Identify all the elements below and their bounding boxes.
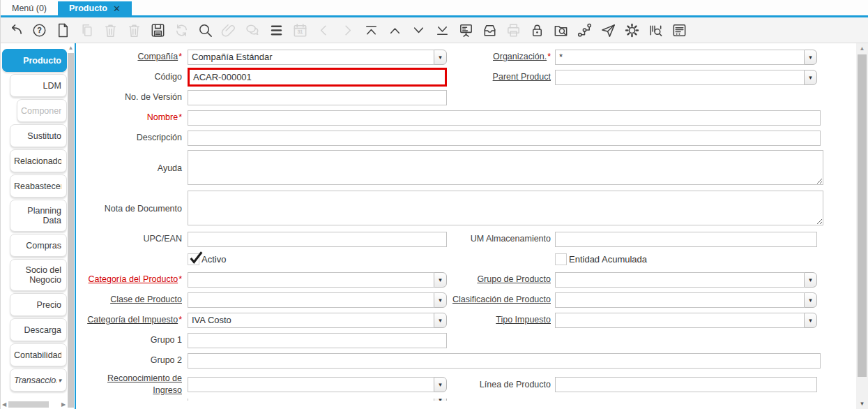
chevron-down-icon[interactable]: ▾ bbox=[804, 70, 817, 85]
sidebar-tab-sustituto[interactable]: Sustituto bbox=[10, 124, 67, 147]
sidebar-tab-ldm[interactable]: LDM bbox=[10, 74, 67, 97]
categoria-producto-input[interactable] bbox=[188, 272, 434, 288]
categoria-producto-label[interactable]: Categoría del Producto* bbox=[89, 274, 182, 284]
first-record-icon[interactable] bbox=[363, 22, 379, 38]
sidebar-tab-socio-del-negocio[interactable]: Socio del Negocio bbox=[10, 259, 67, 291]
chevron-down-icon[interactable]: ▾ bbox=[434, 272, 447, 288]
close-icon[interactable]: ✕ bbox=[113, 4, 121, 13]
scroll-left-icon[interactable]: ◀ bbox=[1, 401, 8, 408]
zoom-across-icon[interactable] bbox=[553, 22, 569, 38]
grupo-1-input[interactable] bbox=[188, 333, 447, 348]
nombre-input[interactable] bbox=[188, 110, 821, 126]
compania-input[interactable] bbox=[188, 50, 434, 65]
um-almacenamiento-input[interactable] bbox=[555, 232, 817, 247]
um-almacenamiento-label-cell: UM Almacenamiento bbox=[447, 233, 555, 245]
nombre-field-cell bbox=[188, 110, 821, 126]
compania-label[interactable]: Compañía* bbox=[137, 52, 182, 61]
sidebar-vertical-scrollbar[interactable]: ▲ bbox=[67, 43, 75, 409]
tab-menu[interactable]: Menú (0) bbox=[1, 1, 58, 15]
save-icon[interactable] bbox=[150, 22, 166, 38]
chevron-down-icon[interactable]: ▾ bbox=[434, 377, 447, 392]
sidebar-hscroll-thumb[interactable] bbox=[8, 401, 49, 408]
chevron-down-icon[interactable]: ▾ bbox=[434, 399, 447, 401]
chevron-down-icon[interactable]: ▾ bbox=[804, 313, 817, 328]
main-vertical-scrollbar[interactable]: ▲ ▾ bbox=[856, 43, 868, 409]
sidebar-tab-descarga[interactable]: Descarga bbox=[10, 318, 67, 341]
sidebar-tab-planning-data[interactable]: Planning Data bbox=[10, 200, 67, 232]
upc-ean-input[interactable] bbox=[188, 232, 447, 247]
grupo-producto-input[interactable] bbox=[555, 272, 804, 288]
sidebar-tab-transacciones[interactable]: Transacciones▾ bbox=[10, 369, 67, 392]
parent-product-label[interactable]: Parent Product bbox=[493, 72, 551, 82]
last-record-icon[interactable] bbox=[434, 22, 450, 38]
clase-producto-label[interactable]: Clase de Producto bbox=[110, 295, 182, 304]
sidebar-tab-contabilidad[interactable]: Contabilidad bbox=[10, 343, 67, 366]
send-mail-icon[interactable] bbox=[600, 22, 616, 38]
chevron-down-icon[interactable]: ▾ bbox=[58, 377, 61, 384]
chevron-down-icon[interactable]: ▾ bbox=[804, 272, 817, 288]
sidebar-tab-compras[interactable]: Compras bbox=[10, 234, 67, 257]
undo-icon[interactable] bbox=[8, 22, 24, 38]
parent-product-input[interactable] bbox=[555, 70, 804, 85]
reconocimiento-ingreso-label[interactable]: Reconocimiento de Ingreso bbox=[107, 373, 182, 395]
report-icon[interactable] bbox=[458, 22, 474, 38]
sidebar-horizontal-scrollbar[interactable]: ◀ ▶ bbox=[1, 400, 67, 409]
sidebar-tab-precio[interactable]: Precio bbox=[10, 293, 67, 316]
grupo-2-input[interactable] bbox=[188, 353, 821, 369]
form-row: Compañía*▾Organización.*▾ bbox=[76, 47, 856, 67]
sidebar-tab-relacionado[interactable]: Relacionado bbox=[10, 149, 67, 172]
quick-form-icon[interactable] bbox=[671, 22, 687, 38]
activo-checkbox[interactable] bbox=[188, 253, 199, 265]
categoria-impuesto-label[interactable]: Categoría del Impuesto* bbox=[87, 315, 182, 325]
categoria-impuesto-input[interactable] bbox=[188, 313, 434, 328]
ayuda-textarea[interactable] bbox=[188, 150, 823, 185]
reconocimiento-ingreso-input[interactable] bbox=[188, 377, 434, 392]
nota-documento-textarea[interactable] bbox=[188, 191, 823, 225]
sidebar-tab-reabastecer[interactable]: Reabastecer bbox=[10, 174, 67, 198]
workflow-icon[interactable] bbox=[577, 22, 593, 38]
private-record-lock-icon[interactable] bbox=[529, 22, 545, 38]
scroll-right-icon[interactable]: ▶ bbox=[60, 401, 67, 408]
clasificacion-producto-input[interactable] bbox=[555, 292, 804, 308]
clase-producto-input[interactable] bbox=[188, 292, 434, 308]
next-record-icon[interactable] bbox=[411, 22, 427, 38]
parent-product-label-cell: Parent Product bbox=[447, 71, 555, 83]
chevron-down-icon[interactable]: ▾ bbox=[434, 50, 447, 65]
organizacion-input[interactable] bbox=[555, 50, 804, 65]
clasificacion-producto-label[interactable]: Clasificación de Producto bbox=[452, 295, 551, 304]
sidebar-tab-componentes: Componentes bbox=[17, 99, 67, 122]
sidebar-scroll-thumb[interactable] bbox=[68, 53, 74, 408]
find-icon[interactable] bbox=[197, 22, 213, 38]
refresh-icon bbox=[174, 22, 190, 38]
menu-lines-icon[interactable] bbox=[268, 22, 284, 38]
tab-sidebar: ProductoLDMComponentesSustitutoRelaciona… bbox=[1, 43, 76, 409]
scroll-up-icon[interactable]: ▲ bbox=[860, 45, 865, 52]
grupo-producto-label[interactable]: Grupo de Producto bbox=[477, 274, 551, 284]
descripcion-input[interactable] bbox=[188, 131, 821, 146]
version-no-input[interactable] bbox=[188, 90, 447, 105]
help-icon[interactable]: ? bbox=[31, 22, 47, 38]
new-record-icon[interactable] bbox=[55, 22, 71, 38]
codigo-input[interactable] bbox=[188, 68, 447, 87]
archive-icon[interactable] bbox=[482, 22, 498, 38]
entidad-acumulada-checkbox[interactable] bbox=[555, 253, 567, 265]
scroll-up-icon[interactable]: ▲ bbox=[68, 45, 74, 52]
chevron-down-icon[interactable]: ▾ bbox=[434, 292, 447, 308]
chevron-down-icon[interactable]: ▾ bbox=[434, 313, 447, 328]
clase-producto-label-cell: Clase de Producto bbox=[76, 294, 188, 306]
sidebar-tab-label: Producto bbox=[23, 56, 61, 66]
organizacion-label[interactable]: Organización.* bbox=[493, 52, 551, 61]
chevron-down-icon[interactable]: ▾ bbox=[804, 292, 817, 308]
sidebar-tab-producto[interactable]: Producto bbox=[2, 49, 67, 72]
linea-producto-input[interactable] bbox=[555, 377, 817, 392]
previous-record-icon[interactable] bbox=[387, 22, 403, 38]
product-info-icon[interactable] bbox=[648, 22, 664, 38]
chevron-down-icon[interactable]: ▾ bbox=[804, 50, 817, 65]
process-gear-icon[interactable] bbox=[624, 22, 640, 38]
tipo-impuesto-label[interactable]: Tipo Impuesto bbox=[496, 315, 551, 325]
tipo-impuesto-input[interactable] bbox=[555, 313, 804, 328]
main-scroll-thumb[interactable] bbox=[858, 54, 867, 377]
hidden-next-field-input[interactable] bbox=[188, 399, 434, 401]
tab-producto[interactable]: Producto ✕ bbox=[58, 1, 132, 15]
scroll-down-icon[interactable]: ▾ bbox=[860, 400, 864, 407]
